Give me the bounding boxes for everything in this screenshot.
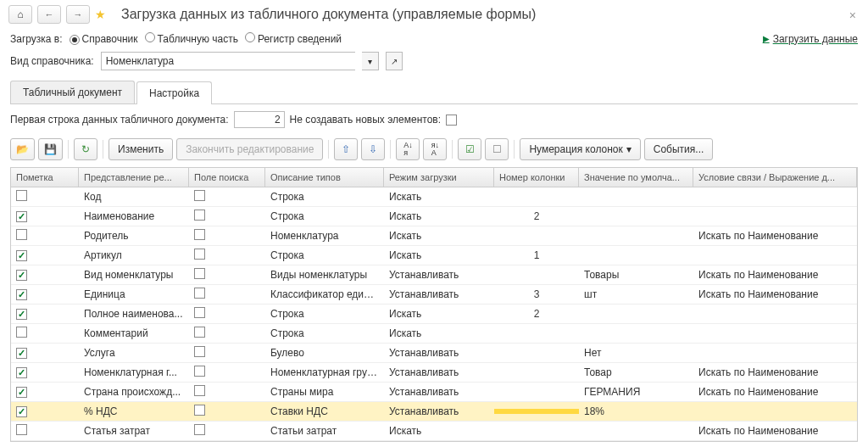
home-button[interactable]: ⌂ — [8, 5, 32, 24]
tab-table-doc[interactable]: Табличный документ — [10, 81, 135, 103]
row-mark-checkbox[interactable] — [16, 270, 27, 281]
row-mark-checkbox[interactable] — [16, 211, 27, 222]
no-create-checkbox[interactable] — [446, 115, 457, 126]
row-mark-checkbox[interactable] — [16, 348, 27, 359]
back-button[interactable]: ← — [37, 5, 61, 24]
row-search-checkbox[interactable] — [194, 405, 205, 416]
row-colnum[interactable]: 2 — [494, 305, 579, 322]
row-search-checkbox[interactable] — [194, 249, 205, 260]
sort-asc-button[interactable]: A↓я — [396, 138, 420, 160]
radio-tablepart[interactable]: Табличную часть — [145, 32, 238, 45]
column-numbering-button[interactable]: Нумерация колонок▾ — [520, 138, 640, 160]
table-row[interactable]: Полное наименова...СтрокаИскать2 — [11, 305, 857, 324]
row-search-checkbox[interactable] — [194, 307, 205, 318]
row-search-checkbox[interactable] — [194, 366, 205, 377]
open-button[interactable]: 📂 — [10, 138, 35, 160]
row-mode: Устанавливать — [384, 383, 494, 400]
row-colnum[interactable] — [494, 194, 579, 199]
row-mark-checkbox[interactable] — [16, 309, 27, 320]
row-search-checkbox[interactable] — [194, 190, 205, 201]
sort-desc-button[interactable]: я↓A — [423, 138, 447, 160]
row-mark-checkbox[interactable] — [16, 289, 27, 300]
table-row[interactable]: Страна происхожд...Страны мираУстанавлив… — [11, 383, 857, 402]
row-default — [579, 194, 693, 199]
col-types[interactable]: Описание типов — [265, 168, 384, 187]
table-row[interactable]: АртикулСтрокаИскать1 — [11, 246, 857, 265]
row-search-checkbox[interactable] — [194, 346, 205, 357]
settings-grid: Пометка Представление ре... Поле поиска … — [10, 167, 858, 442]
favorite-icon[interactable]: ★ — [95, 8, 106, 21]
table-row[interactable]: Номенклатурная г...Номенклатурная группа… — [11, 363, 857, 383]
row-colnum[interactable] — [494, 428, 579, 433]
row-search-checkbox[interactable] — [194, 327, 205, 338]
row-mode: Искать — [384, 208, 494, 225]
col-cond[interactable]: Условие связи / Выражение д... — [693, 168, 857, 187]
row-mode: Искать — [384, 325, 494, 342]
save-button[interactable]: 💾 — [38, 138, 63, 160]
row-colnum[interactable] — [494, 350, 579, 355]
radio-directory[interactable]: Справочник — [70, 33, 138, 45]
row-mark-checkbox[interactable] — [16, 250, 27, 261]
table-row[interactable]: Статья затратСтатьи затратИскатьИскать п… — [11, 422, 857, 441]
ref-open-button[interactable]: ↗ — [386, 52, 403, 70]
row-cond: Искать по Наименование — [693, 227, 857, 244]
row-mark-checkbox[interactable] — [16, 327, 27, 338]
row-search-checkbox[interactable] — [194, 424, 205, 435]
forward-icon: → — [74, 9, 83, 20]
row-search-checkbox[interactable] — [194, 268, 205, 279]
table-row[interactable]: КодСтрокаИскать — [11, 187, 857, 207]
row-default: Товары — [579, 266, 693, 283]
row-colnum[interactable] — [494, 331, 579, 336]
table-row[interactable]: УслугаБулевоУстанавливатьНет — [11, 344, 857, 363]
close-button[interactable]: × — [849, 8, 856, 22]
row-mark-checkbox[interactable] — [16, 424, 27, 435]
first-row-input[interactable] — [234, 111, 285, 128]
table-row[interactable]: ЕдиницаКлассификатор едини...Устанавлива… — [11, 285, 857, 305]
row-colnum[interactable]: 1 — [494, 247, 579, 264]
forward-button[interactable]: → — [66, 5, 90, 24]
events-button[interactable]: События... — [644, 138, 714, 160]
col-default[interactable]: Значение по умолча... — [579, 168, 693, 187]
row-mark-checkbox[interactable] — [16, 387, 27, 398]
row-name: Статья затрат — [79, 422, 189, 439]
row-colnum[interactable] — [494, 409, 579, 414]
col-mark[interactable]: Пометка — [11, 168, 79, 187]
row-mark-checkbox[interactable] — [16, 367, 27, 378]
row-colnum[interactable]: 3 — [494, 286, 579, 303]
row-colnum[interactable] — [494, 389, 579, 394]
row-default — [579, 214, 693, 219]
load-data-link[interactable]: ▶Загрузить данные — [763, 33, 858, 45]
tab-settings[interactable]: Настройка — [136, 81, 212, 104]
row-mark-checkbox[interactable] — [16, 406, 27, 417]
uncheck-all-button[interactable]: ☐ — [485, 138, 509, 160]
ref-dropdown-button[interactable]: ▾ — [362, 52, 379, 70]
row-search-checkbox[interactable] — [194, 229, 205, 240]
refresh-button[interactable]: ↻ — [74, 138, 97, 160]
move-up-button[interactable]: ⇧ — [334, 138, 358, 160]
row-colnum[interactable] — [494, 233, 579, 238]
radio-register[interactable]: Регистр сведений — [245, 32, 342, 45]
table-row[interactable]: Вид номенклатурыВиды номенклатурыУстанав… — [11, 265, 857, 285]
row-search-checkbox[interactable] — [194, 210, 205, 221]
row-colnum[interactable] — [494, 370, 579, 375]
row-mode: Искать — [384, 305, 494, 322]
row-type: Ставки НДС — [265, 403, 384, 420]
ref-kind-input[interactable] — [101, 52, 355, 70]
col-search[interactable]: Поле поиска — [189, 168, 265, 187]
row-colnum[interactable]: 2 — [494, 208, 579, 225]
table-row[interactable]: НаименованиеСтрокаИскать2 — [11, 207, 857, 226]
row-search-checkbox[interactable] — [194, 288, 205, 299]
check-all-button[interactable]: ☑ — [458, 138, 481, 160]
row-mark-checkbox[interactable] — [16, 190, 27, 201]
move-down-button[interactable]: ⇩ — [361, 138, 385, 160]
row-colnum[interactable] — [494, 272, 579, 277]
col-repr[interactable]: Представление ре... — [79, 168, 189, 187]
table-row[interactable]: % НДССтавки НДСУстанавливать18% — [11, 402, 857, 422]
table-row[interactable]: КомментарийСтрокаИскать — [11, 324, 857, 344]
edit-button[interactable]: Изменить — [108, 138, 173, 160]
row-search-checkbox[interactable] — [194, 385, 205, 396]
col-num[interactable]: Номер колонки — [494, 168, 579, 187]
row-mark-checkbox[interactable] — [16, 229, 27, 240]
col-mode[interactable]: Режим загрузки — [384, 168, 494, 187]
table-row[interactable]: РодительНоменклатураИскатьИскать по Наим… — [11, 226, 857, 246]
